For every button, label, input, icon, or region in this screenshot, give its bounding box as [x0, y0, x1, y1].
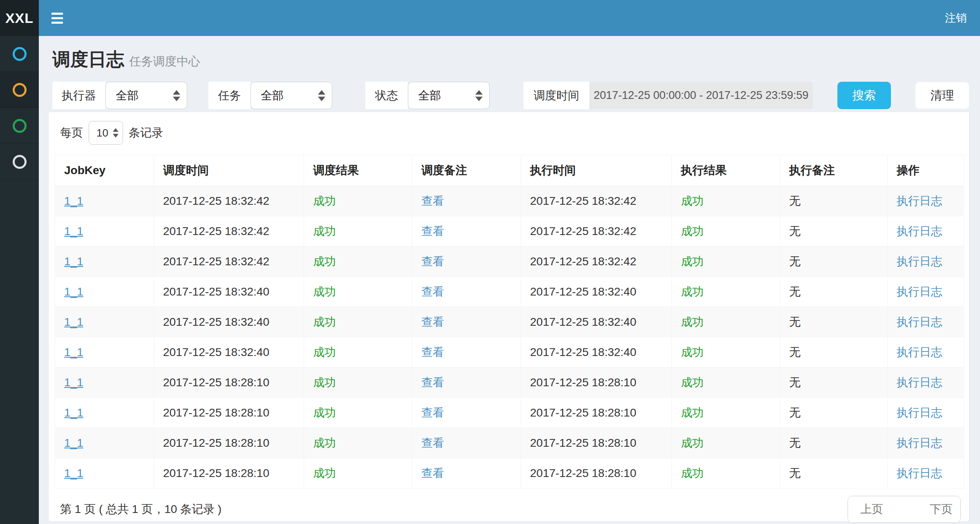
clean-button[interactable]: 清理 — [915, 82, 969, 109]
circle-icon — [13, 155, 27, 169]
handle-result-cell: 成功 — [681, 406, 704, 419]
exec-log-link[interactable]: 执行日志 — [897, 255, 942, 268]
exec-log-link[interactable]: 执行日志 — [897, 376, 942, 389]
handle-result-cell: 成功 — [681, 316, 704, 328]
trigger-msg-link[interactable]: 查看 — [421, 195, 444, 207]
handle-msg-cell-td: 无 — [780, 367, 888, 398]
trigger-result-cell: 成功 — [313, 225, 336, 237]
exec-log-link[interactable]: 执行日志 — [897, 285, 942, 298]
trigger-msg-link[interactable]: 查看 — [421, 225, 444, 237]
trigger-result-cell: 成功 — [313, 437, 336, 449]
executor-select[interactable]: 全部 — [105, 82, 187, 109]
trigger-msg-link[interactable]: 查看 — [421, 376, 444, 389]
handle-result-cell: 成功 — [681, 346, 704, 358]
pagination-summary: 第 1 页 ( 总共 1 页，10 条记录 ) — [60, 502, 222, 517]
trigger-msg-link-td: 查看 — [412, 277, 521, 307]
job-key-link[interactable]: 1_1 — [64, 255, 83, 268]
trigger-result-cell-td: 成功 — [304, 216, 412, 246]
job-key-link[interactable]: 1_1 — [64, 437, 83, 449]
trigger-msg-link[interactable]: 查看 — [421, 467, 444, 479]
job-key-link[interactable]: 1_1 — [64, 406, 83, 419]
time-range-input[interactable]: 2017-12-25 00:00:00 - 2017-12-25 23:59:5… — [589, 82, 813, 109]
hamburger-icon — [51, 13, 63, 15]
job-select-value: 全部 — [261, 88, 284, 103]
table-row: 1_12017-12-25 18:28:10成功查看2017-12-25 18:… — [55, 367, 964, 398]
handle-time-cell-td: 2017-12-25 18:32:40 — [521, 277, 672, 307]
trigger-result-cell-td: 成功 — [304, 398, 412, 428]
job-key-link[interactable]: 1_1 — [64, 225, 83, 237]
handle-msg-cell-td: 无 — [780, 186, 888, 216]
exec-log-link[interactable]: 执行日志 — [897, 225, 942, 237]
handle-time-cell-td: 2017-12-25 18:32:40 — [521, 337, 672, 367]
trigger-msg-link[interactable]: 查看 — [421, 316, 444, 328]
job-key-link[interactable]: 1_1 — [64, 346, 83, 358]
handle-msg-cell-td: 无 — [780, 337, 888, 367]
table-row: 1_12017-12-25 18:28:10成功查看2017-12-25 18:… — [55, 458, 964, 488]
handle-result-cell-td: 成功 — [672, 216, 780, 246]
exec-log-link[interactable]: 执行日志 — [897, 406, 942, 419]
handle-msg-cell-td: 无 — [780, 307, 888, 337]
trigger-msg-link[interactable]: 查看 — [421, 285, 444, 298]
job-key-link[interactable]: 1_1 — [64, 285, 83, 298]
exec-log-link[interactable]: 执行日志 — [897, 346, 942, 358]
trigger-msg-link[interactable]: 查看 — [421, 437, 444, 449]
job-key-link[interactable]: 1_1 — [64, 195, 83, 207]
trigger-time-cell: 2017-12-25 18:28:10 — [163, 467, 269, 479]
page-size-prefix: 每页 — [60, 125, 83, 141]
trigger-result-cell-td: 成功 — [304, 246, 412, 277]
prev-page-button[interactable]: 上页 — [848, 496, 895, 522]
handle-time-cell: 2017-12-25 18:28:10 — [530, 376, 636, 389]
exec-log-link-td: 执行日志 — [888, 186, 964, 216]
job-key-link[interactable]: 1_1 — [64, 316, 83, 328]
select-stepper-icon — [113, 128, 119, 138]
trigger-time-cell: 2017-12-25 18:32:42 — [163, 195, 269, 207]
job-key-link[interactable]: 1_1 — [64, 467, 83, 479]
logo[interactable]: XXL — [0, 0, 39, 36]
hamburger-icon — [51, 22, 63, 24]
search-button[interactable]: 搜索 — [837, 82, 891, 109]
trigger-msg-link[interactable]: 查看 — [421, 255, 444, 268]
exec-log-link[interactable]: 执行日志 — [897, 195, 942, 207]
exec-log-link[interactable]: 执行日志 — [897, 437, 942, 449]
table-row: 1_12017-12-25 18:32:40成功查看2017-12-25 18:… — [55, 307, 964, 337]
table-header-row: JobKey 调度时间 调度结果 调度备注 执行时间 执行结果 执行备注 操作 — [55, 155, 964, 186]
trigger-msg-link-td: 查看 — [412, 186, 521, 216]
handle-msg-cell-td: 无 — [780, 216, 888, 246]
table-row: 1_12017-12-25 18:32:42成功查看2017-12-25 18:… — [55, 216, 964, 246]
sidebar-item-nav-group[interactable] — [0, 144, 39, 180]
job-select[interactable]: 全部 — [251, 82, 332, 109]
exec-log-link-td: 执行日志 — [888, 428, 964, 458]
sidebar-item-nav-job-info[interactable] — [0, 108, 39, 144]
sidebar-item-nav-dashboard[interactable] — [0, 36, 39, 72]
col-handle-time: 执行时间 — [521, 155, 672, 186]
handle-msg-cell-td: 无 — [780, 428, 888, 458]
job-key-link[interactable]: 1_1 — [64, 376, 83, 389]
handle-msg-cell: 无 — [789, 376, 801, 389]
exec-log-link[interactable]: 执行日志 — [897, 467, 942, 479]
logout-button[interactable]: 注销 — [942, 0, 969, 36]
exec-log-link-td: 执行日志 — [888, 307, 964, 337]
page-size-select[interactable]: 10 — [89, 121, 123, 145]
sidebar-item-nav-job-log[interactable] — [0, 72, 39, 108]
handle-msg-cell: 无 — [789, 316, 801, 328]
trigger-result-cell-td: 成功 — [304, 428, 412, 458]
handle-msg-cell: 无 — [789, 225, 801, 237]
trigger-msg-link-td: 查看 — [412, 337, 521, 367]
handle-result-cell-td: 成功 — [672, 307, 780, 337]
trigger-msg-link-td: 查看 — [412, 246, 521, 277]
status-select[interactable]: 全部 — [408, 82, 490, 109]
handle-result-cell: 成功 — [681, 467, 704, 479]
handle-time-cell: 2017-12-25 18:32:42 — [530, 195, 636, 207]
sidebar-toggle-button[interactable] — [45, 0, 69, 36]
handle-result-cell: 成功 — [681, 285, 704, 298]
trigger-result-cell: 成功 — [313, 376, 336, 389]
handle-time-cell-td: 2017-12-25 18:32:42 — [521, 246, 672, 277]
exec-log-link-td: 执行日志 — [888, 216, 964, 246]
trigger-msg-link[interactable]: 查看 — [421, 406, 444, 419]
trigger-result-cell: 成功 — [313, 406, 336, 419]
exec-log-link[interactable]: 执行日志 — [897, 316, 942, 328]
trigger-msg-link[interactable]: 查看 — [421, 346, 444, 358]
current-page-button[interactable]: 1 — [895, 496, 922, 522]
status-select-value: 全部 — [418, 88, 441, 103]
next-page-button[interactable]: 下页 — [922, 496, 960, 522]
